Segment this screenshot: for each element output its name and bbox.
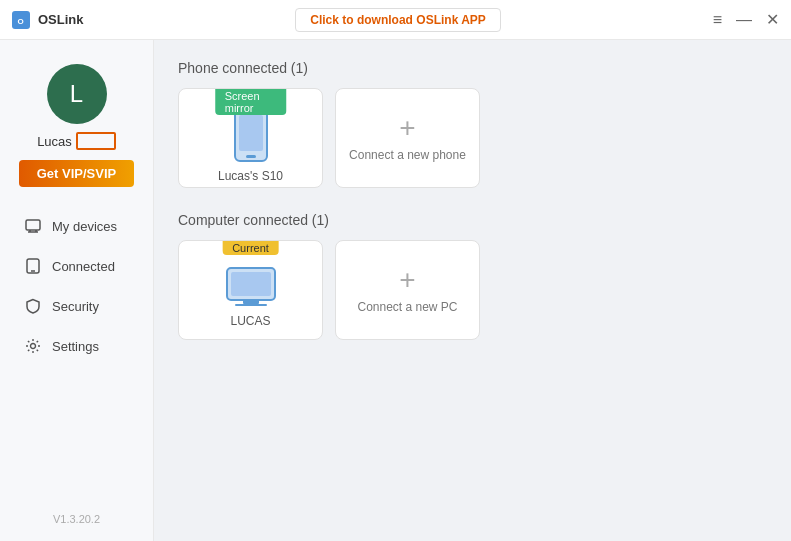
menu-icon[interactable]: ≡ xyxy=(713,12,722,28)
app-name: OSLink xyxy=(38,12,84,27)
download-app-name: OSLink APP xyxy=(416,13,486,27)
username-label: Lucas xyxy=(37,134,72,149)
svg-rect-2 xyxy=(26,220,40,230)
sidebar: L Lucas Get VIP/SVIP My devices xyxy=(0,40,154,541)
phone-icon xyxy=(24,257,42,275)
close-button[interactable]: ✕ xyxy=(766,12,779,28)
sidebar-item-my-devices-label: My devices xyxy=(52,219,117,234)
sidebar-item-my-devices[interactable]: My devices xyxy=(4,207,149,245)
phone-device-icon xyxy=(233,107,269,163)
svg-text:O: O xyxy=(18,16,24,25)
download-prefix: Click to download xyxy=(310,13,416,27)
sidebar-item-security-label: Security xyxy=(52,299,99,314)
add-pc-plus-icon: + xyxy=(399,266,415,294)
add-phone-plus-icon: + xyxy=(399,114,415,142)
computer-card-0[interactable]: Current LUCAS xyxy=(178,240,323,340)
svg-rect-14 xyxy=(231,272,271,296)
window-controls: ≡ — ✕ xyxy=(713,12,779,28)
svg-rect-10 xyxy=(239,115,263,151)
version-label: V1.3.20.2 xyxy=(53,513,100,525)
phone-device-label-0: Lucas's S10 xyxy=(218,169,283,183)
computers-grid: Current LUCAS + Connect a new PC xyxy=(178,240,767,340)
add-phone-card[interactable]: + Connect a new phone xyxy=(335,88,480,188)
titlebar: O OSLink Click to download OSLink APP ≡ … xyxy=(0,0,791,40)
sidebar-item-security[interactable]: Security xyxy=(4,287,149,325)
add-pc-label: Connect a new PC xyxy=(357,300,457,314)
nav-list: My devices Connected Se xyxy=(0,207,153,367)
phone-card-0[interactable]: Screen mirror Lucas's S10 xyxy=(178,88,323,188)
app-logo: O xyxy=(12,11,30,29)
minimize-button[interactable]: — xyxy=(736,12,752,28)
computer-device-label-0: LUCAS xyxy=(230,314,270,328)
sidebar-item-connected-label: Connected xyxy=(52,259,115,274)
current-badge: Current xyxy=(222,241,279,255)
svg-rect-15 xyxy=(243,300,259,304)
main-layout: L Lucas Get VIP/SVIP My devices xyxy=(0,40,791,541)
phones-grid: Screen mirror Lucas's S10 + Connect a ne… xyxy=(178,88,767,188)
computer-device-icon xyxy=(225,266,277,308)
add-phone-label: Connect a new phone xyxy=(349,148,466,162)
avatar: L xyxy=(47,64,107,124)
svg-point-8 xyxy=(31,344,36,349)
titlebar-left: O OSLink xyxy=(12,11,84,29)
monitor-icon xyxy=(24,217,42,235)
svg-rect-16 xyxy=(235,304,267,306)
sidebar-item-settings-label: Settings xyxy=(52,339,99,354)
username-edit-box[interactable] xyxy=(76,132,116,150)
content-area: Phone connected (1) Screen mirror Lucas'… xyxy=(154,40,791,541)
computers-section-title: Computer connected (1) xyxy=(178,212,767,228)
vip-button[interactable]: Get VIP/SVIP xyxy=(19,160,134,187)
gear-icon xyxy=(24,337,42,355)
add-pc-card[interactable]: + Connect a new PC xyxy=(335,240,480,340)
sidebar-item-settings[interactable]: Settings xyxy=(4,327,149,365)
shield-icon xyxy=(24,297,42,315)
download-area: Click to download OSLink APP xyxy=(295,8,501,32)
phones-section-title: Phone connected (1) xyxy=(178,60,767,76)
screen-mirror-badge: Screen mirror xyxy=(215,89,287,115)
svg-rect-11 xyxy=(246,155,256,158)
download-button[interactable]: Click to download OSLink APP xyxy=(295,8,501,32)
sidebar-item-connected[interactable]: Connected xyxy=(4,247,149,285)
username-row: Lucas xyxy=(37,132,116,150)
